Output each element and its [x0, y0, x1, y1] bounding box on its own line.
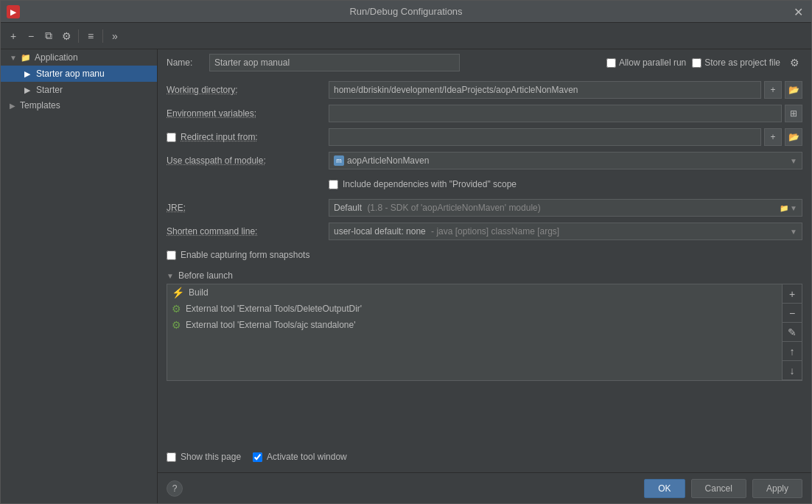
jre-label: JRE: [167, 203, 329, 213]
jre-dropdown-arrow: ▼ [790, 204, 797, 212]
include-deps-row: Include dependencies with "Provided" sco… [167, 175, 802, 194]
store-as-project-text: Store as project file [704, 57, 780, 68]
apply-button[interactable]: Apply [752, 479, 802, 498]
store-as-project-label[interactable]: Store as project file [692, 57, 780, 68]
copy-config-button[interactable]: ⧉ [41, 28, 57, 44]
cancel-button[interactable]: Cancel [691, 479, 746, 498]
classpath-label: Use classpath of module: [167, 155, 329, 166]
redirect-control: + 📂 [329, 128, 802, 146]
before-launch-build-item[interactable]: ⚡ Build [167, 284, 782, 301]
redirect-input[interactable] [329, 128, 761, 146]
show-page-checkbox[interactable] [167, 452, 176, 462]
allow-parallel-checkbox[interactable] [606, 58, 616, 68]
dialog-title: Run/Debug Configurations [349, 6, 462, 17]
jre-value-text: Default [334, 203, 362, 213]
working-dir-browse-button[interactable]: 📂 [785, 81, 802, 99]
before-launch-build-text: Build [189, 287, 209, 298]
before-launch-ext2-item[interactable]: ⚙ External tool 'External Tools/ajc stan… [167, 317, 782, 333]
working-dir-expand-button[interactable]: + [764, 81, 782, 99]
before-launch-ext1-text: External tool 'External Tools/DeleteOutp… [186, 304, 362, 314]
ok-button[interactable]: OK [644, 479, 685, 498]
build-icon: ⚡ [172, 287, 184, 298]
store-as-project-checkbox[interactable] [692, 58, 701, 68]
bottom-section: Show this page Activate tool window [158, 447, 811, 472]
before-launch-remove-button[interactable]: − [783, 304, 802, 323]
redirect-checkbox[interactable] [167, 133, 176, 142]
sidebar-item-application[interactable]: ▼ 📁 Application [1, 49, 157, 66]
env-vars-control: ⊞ [329, 105, 802, 122]
module-icon: m [334, 155, 344, 166]
more-button[interactable]: » [107, 28, 123, 44]
capturing-row: Enable capturing form snapshots [167, 245, 802, 265]
external-tool-1-icon: ⚙ [172, 303, 181, 315]
shorten-control: user-local default: none - java [options… [329, 223, 802, 240]
include-deps-checkbox[interactable] [329, 180, 338, 189]
name-row: Name: Allow parallel run Store as projec… [158, 49, 811, 76]
templates-arrow-icon: ▶ [10, 102, 17, 110]
shorten-note-text: - java [options] className [args] [431, 226, 559, 237]
allow-parallel-text: Allow parallel run [619, 57, 686, 68]
before-launch-ext1-item[interactable]: ⚙ External tool 'External Tools/DeleteOu… [167, 301, 782, 317]
before-launch-title: Before launch [178, 270, 233, 281]
sort-button[interactable]: ≡ [83, 28, 99, 44]
redirect-browse-button[interactable]: 📂 [785, 128, 802, 146]
env-vars-label: Environment variables: [167, 108, 329, 119]
classpath-select[interactable]: m aopArticleNonMaven ▼ [329, 152, 802, 169]
before-launch-down-button[interactable]: ↓ [783, 361, 802, 380]
sidebar-templates-label: Templates [20, 100, 60, 111]
name-field[interactable] [209, 54, 460, 71]
show-page-text: Show this page [181, 452, 241, 462]
env-vars-edit-button[interactable]: ⊞ [785, 105, 802, 122]
sidebar-item-templates[interactable]: ▶ Templates [1, 98, 157, 113]
sidebar: ▼ 📁 Application ▶ Starter aop manu ▶ Sta… [1, 49, 158, 503]
capturing-label[interactable]: Enable capturing form snapshots [167, 250, 309, 260]
expand-arrow-icon: ▼ [10, 54, 17, 62]
external-tool-2-icon: ⚙ [172, 319, 181, 331]
toolbar-separator-2 [102, 29, 103, 43]
right-panel: Name: Allow parallel run Store as projec… [158, 49, 811, 503]
sidebar-starter-aop-label: Starter aop manu [36, 69, 105, 79]
env-vars-row: Environment variables: ⊞ [167, 104, 802, 123]
jre-select[interactable]: Default (1.8 - SDK of 'aopArticleNonMave… [329, 199, 802, 217]
title-bar: ▶ Run/Debug Configurations ✕ [1, 1, 811, 23]
jre-control: Default (1.8 - SDK of 'aopArticleNonMave… [329, 199, 802, 217]
before-launch-ext2-text: External tool 'External Tools/ajc standa… [186, 320, 356, 330]
working-dir-control: + 📂 [329, 81, 802, 99]
jre-note-text: (1.8 - SDK of 'aopArticleNonMaven' modul… [367, 203, 540, 213]
name-field-label: Name: [167, 57, 203, 68]
before-launch-add-button[interactable]: + [783, 284, 802, 304]
before-launch-edit-button[interactable]: ✎ [783, 323, 802, 342]
close-button[interactable]: ✕ [791, 4, 805, 19]
shorten-select[interactable]: user-local default: none - java [options… [329, 223, 802, 240]
redirect-row: Redirect input from: + 📂 [167, 127, 802, 147]
working-dir-label: Working directory: [167, 85, 329, 95]
sidebar-item-starter[interactable]: ▶ Starter [1, 82, 157, 98]
before-launch-area-wrapper: ⚡ Build ⚙ External tool 'External Tools/… [167, 284, 802, 381]
show-page-label[interactable]: Show this page [167, 452, 241, 462]
run-config-icon-2: ▶ [21, 84, 33, 96]
shorten-label: Shorten command line: [167, 226, 329, 237]
sidebar-application-label: Application [35, 52, 78, 63]
add-config-button[interactable]: + [5, 28, 21, 44]
sidebar-starter-label: Starter [36, 85, 63, 95]
shorten-dropdown-arrow: ▼ [790, 228, 797, 236]
capturing-checkbox[interactable] [167, 251, 176, 260]
jre-folder-icon: 📁 [780, 204, 788, 212]
redirect-expand-button[interactable]: + [764, 128, 782, 146]
include-deps-label[interactable]: Include dependencies with "Provided" sco… [329, 179, 517, 189]
settings-button[interactable]: ⚙ [58, 28, 74, 44]
remove-config-button[interactable]: − [23, 28, 39, 44]
before-launch-up-button[interactable]: ↑ [783, 342, 802, 361]
activate-window-label[interactable]: Activate tool window [253, 452, 347, 462]
footer: ? OK Cancel Apply [158, 472, 811, 503]
before-launch-area: ⚡ Build ⚙ External tool 'External Tools/… [167, 284, 783, 381]
sidebar-item-starter-aop[interactable]: ▶ Starter aop manu [1, 66, 157, 82]
activate-window-checkbox[interactable] [253, 452, 262, 462]
working-dir-input[interactable] [329, 81, 761, 99]
working-dir-row: Working directory: + 📂 [167, 80, 802, 99]
env-vars-input[interactable] [329, 105, 782, 122]
help-button[interactable]: ? [167, 480, 183, 497]
allow-parallel-label[interactable]: Allow parallel run [606, 57, 686, 68]
options-gear-icon[interactable]: ⚙ [786, 55, 802, 71]
bottom-checkboxes: Show this page Activate tool window [167, 452, 802, 462]
